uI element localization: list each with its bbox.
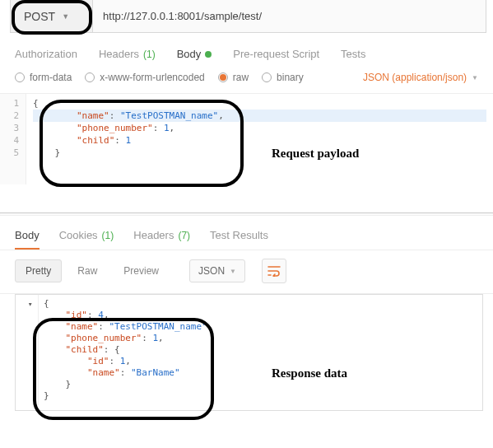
http-method-select[interactable]: POST ▼: [11, 0, 93, 32]
response-toolbar: Pretty Raw Preview JSON ▼: [0, 250, 493, 294]
radio-form-data[interactable]: form-data: [15, 72, 72, 83]
http-method-label: POST: [24, 10, 55, 23]
resp-tab-body[interactable]: Body: [15, 229, 40, 241]
response-body-editor-wrap: ▾ ▾ { "id": 4, "name": "TestPOSTMAN_name…: [15, 294, 483, 411]
resp-headers-count-badge: (7): [178, 230, 190, 241]
tab-authorization[interactable]: Authorization: [15, 48, 77, 60]
url-input[interactable]: [93, 0, 486, 32]
body-modified-dot-icon: [205, 51, 212, 58]
request-body-editor[interactable]: 12345 { "name": "TestPOSTMAN_name", "pho…: [0, 94, 493, 209]
body-type-row: form-data x-www-form-urlencoded raw bina…: [0, 68, 493, 94]
radio-icon: [15, 72, 25, 82]
chevron-down-icon: ▼: [472, 74, 478, 82]
content-type-select[interactable]: JSON (application/json) ▼: [363, 72, 478, 83]
tab-body[interactable]: Body: [177, 48, 212, 60]
wrap-icon: [267, 265, 281, 277]
response-code[interactable]: { "id": 4, "name": "TestPOSTMAN_name", "…: [39, 295, 482, 405]
response-body-editor[interactable]: ▾ ▾ { "id": 4, "name": "TestPOSTMAN_name…: [16, 295, 482, 410]
radio-raw[interactable]: raw: [218, 72, 249, 83]
view-pretty-button[interactable]: Pretty: [15, 259, 62, 282]
request-code[interactable]: { "name": "TestPOSTMAN_name", "phone_num…: [26, 94, 493, 184]
view-preview-button[interactable]: Preview: [113, 259, 170, 282]
line-gutter: 12345: [0, 94, 26, 184]
response-tabs: Body Cookies (1) Headers (7) Test Result…: [0, 216, 493, 250]
radio-binary[interactable]: binary: [262, 72, 304, 83]
radio-icon: [85, 72, 95, 82]
wrap-lines-button[interactable]: [262, 259, 286, 283]
view-raw-button[interactable]: Raw: [67, 259, 108, 282]
headers-count-badge: (1): [143, 49, 156, 60]
chevron-down-icon: ▼: [230, 268, 236, 275]
request-tabs: Authorization Headers (1) Body Pre-reque…: [0, 33, 493, 68]
resp-tab-headers[interactable]: Headers (7): [133, 229, 190, 241]
resp-tab-cookies[interactable]: Cookies (1): [59, 229, 114, 241]
fold-triangle-icon[interactable]: ▾: [28, 298, 32, 310]
cookies-count-badge: (1): [102, 230, 114, 241]
radio-urlencoded[interactable]: x-www-form-urlencoded: [85, 72, 204, 83]
resp-tab-test-results[interactable]: Test Results: [210, 229, 268, 241]
radio-icon: [262, 72, 272, 82]
radio-checked-icon: [218, 72, 228, 82]
tab-pre-request-script[interactable]: Pre-request Script: [233, 48, 319, 60]
response-gutter: ▾ ▾: [16, 295, 39, 405]
chevron-down-icon: ▼: [62, 12, 69, 21]
url-bar: POST ▼: [10, 0, 486, 33]
response-language-select[interactable]: JSON ▼: [189, 259, 245, 282]
tab-tests[interactable]: Tests: [341, 48, 365, 60]
tab-headers[interactable]: Headers (1): [99, 48, 156, 60]
